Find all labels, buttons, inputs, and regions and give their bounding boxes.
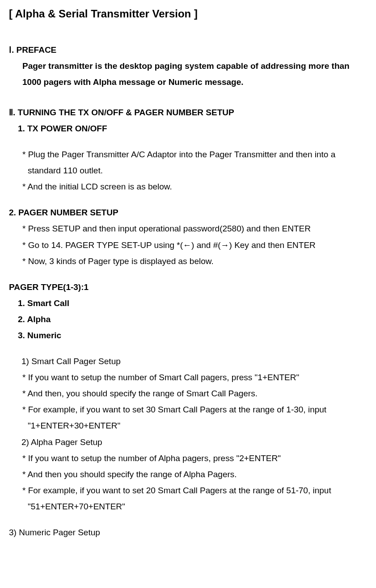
setup-3-title: 3) Numeric Pager Setup <box>9 525 367 541</box>
spacer <box>9 269 367 279</box>
subsection-2-1-heading: 1. TX POWER ON/OFF <box>9 121 367 137</box>
section-1-heading: Ⅰ. PREFACE <box>9 42 367 58</box>
subsection-2-2-heading: 2. PAGER NUMBER SETUP <box>9 205 367 221</box>
subsection-2-2-line: * Now, 3 kinds of Pager type is displaye… <box>9 253 367 269</box>
spacer <box>9 90 367 100</box>
setup-2-line: * And then you should specify the range … <box>9 466 367 483</box>
document-title: [ Alpha & Serial Transmitter Version ] <box>9 4 367 24</box>
pager-type-item: 1. Smart Call <box>9 295 367 311</box>
spacer <box>9 137 367 147</box>
document-page: [ Alpha & Serial Transmitter Version ] Ⅰ… <box>0 0 376 554</box>
spacer <box>9 344 367 353</box>
setup-1-line: * And then, you should specify the range… <box>9 386 367 402</box>
section-2-heading: Ⅱ. TURNING THE TX ON/OFF & PAGER NUMBER … <box>9 105 367 121</box>
setup-2-line: * For example, if you want to set 20 Sma… <box>9 483 367 515</box>
pager-type-item: 2. Alpha <box>9 311 367 328</box>
spacer <box>9 515 367 525</box>
setup-1-title: 1) Smart Call Pager Setup <box>9 353 367 370</box>
pager-type-item: 3. Numeric <box>9 328 367 344</box>
section-1-body: Pager transmitter is the desktop paging … <box>9 58 367 90</box>
setup-2-line: * If you want to setup the number of Alp… <box>9 450 367 466</box>
spacer <box>9 195 367 205</box>
subsection-2-1-line: * And the initial LCD screen is as below… <box>9 179 367 195</box>
subsection-2-1-line: * Plug the Pager Transmitter A/C Adaptor… <box>9 147 367 179</box>
subsection-2-2-line: * Go to 14. PAGER TYPE SET-UP using *(←)… <box>9 237 367 253</box>
setup-1-line: * If you want to setup the number of Sma… <box>9 370 367 386</box>
setup-2-title: 2) Alpha Pager Setup <box>9 434 367 450</box>
setup-1-line: * For example, if you want to set 30 Sma… <box>9 402 367 434</box>
pager-type-heading: PAGER TYPE(1-3):1 <box>9 279 367 295</box>
subsection-2-2-line: * Press SETUP and then input operational… <box>9 221 367 237</box>
